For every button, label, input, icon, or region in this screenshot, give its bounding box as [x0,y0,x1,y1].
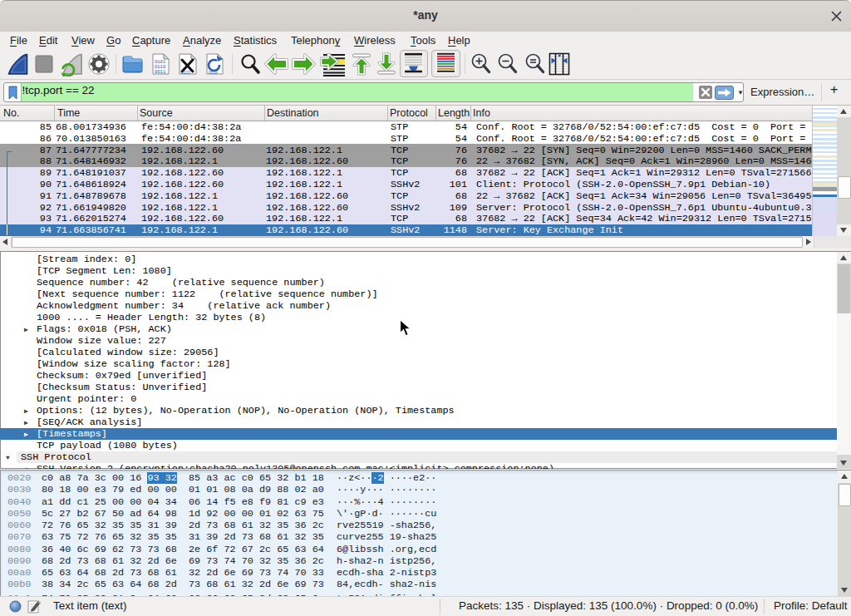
svg-text:0110: 0110 [209,71,218,75]
svg-text:0011: 0011 [155,69,166,75]
svg-text:0113: 0113 [181,71,190,75]
